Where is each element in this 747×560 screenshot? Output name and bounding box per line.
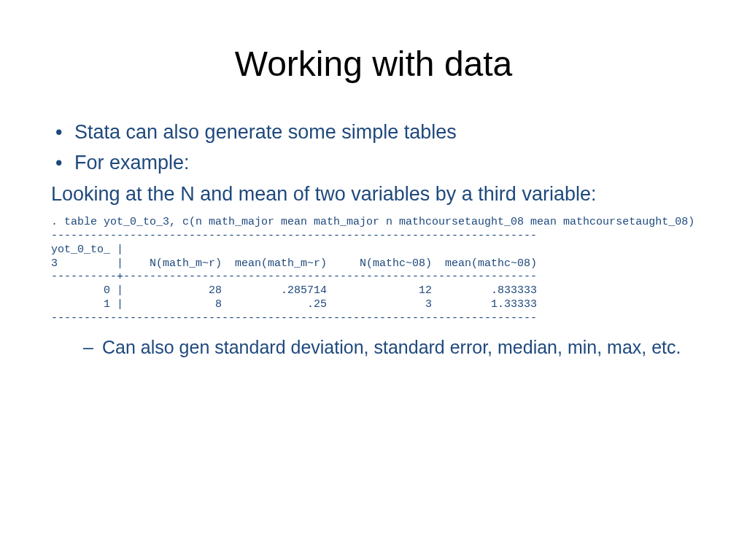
slide: Working with data Stata can also generat… <box>0 0 747 560</box>
bullet-text: Stata can also generate some simple tabl… <box>74 121 457 143</box>
sub-bullet-text: Can also gen standard deviation, standar… <box>102 337 681 357</box>
bullet-list: Stata can also generate some simple tabl… <box>51 119 696 176</box>
bullet-item: For example: <box>51 149 696 176</box>
sub-bullet-item: Can also gen standard deviation, standar… <box>51 335 696 360</box>
bullet-item: Stata can also generate some simple tabl… <box>51 119 696 145</box>
code-block: . table yot_0_to_3, c(n math_major mean … <box>51 216 696 325</box>
body-paragraph: Looking at the N and mean of two variabl… <box>51 181 696 207</box>
slide-title: Working with data <box>51 44 696 84</box>
bullet-text: For example: <box>74 152 190 174</box>
sub-bullet-list: Can also gen standard deviation, standar… <box>51 335 696 360</box>
slide-body: Stata can also generate some simple tabl… <box>51 119 696 360</box>
